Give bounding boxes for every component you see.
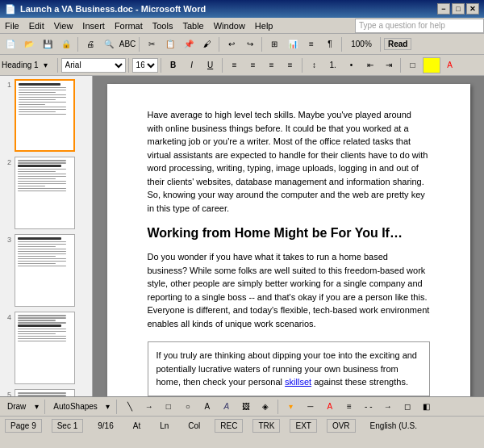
line-spacing[interactable]: ↕ xyxy=(306,57,323,73)
status-col: Col xyxy=(183,420,205,432)
open-button[interactable]: 📂 xyxy=(20,36,38,52)
font-color-draw[interactable]: A xyxy=(321,399,339,415)
save-button[interactable]: 💾 xyxy=(39,36,56,52)
redo-button[interactable]: ↪ xyxy=(241,36,259,52)
dash-style-btn[interactable]: - - xyxy=(360,399,378,415)
decrease-indent[interactable]: ⇤ xyxy=(361,57,379,73)
style-dropdown[interactable]: ▾ xyxy=(40,57,52,73)
cut-button[interactable]: ✂ xyxy=(143,36,161,52)
bullets-button[interactable]: • xyxy=(343,57,361,73)
thumb-page-4[interactable]: 4 xyxy=(3,312,89,384)
show-hide[interactable]: ¶ xyxy=(321,36,339,52)
line-style-btn[interactable]: ≡ xyxy=(340,399,358,415)
sep10 xyxy=(222,58,223,73)
callout-text-after: against these strengths. xyxy=(311,377,408,387)
numbering-button[interactable]: 1. xyxy=(324,57,342,73)
oval-tool[interactable]: ○ xyxy=(179,399,197,415)
undo-button[interactable]: ↩ xyxy=(223,36,240,52)
rect-tool[interactable]: □ xyxy=(160,399,177,415)
menu-format[interactable]: Format xyxy=(110,19,148,32)
paste-button[interactable]: 📌 xyxy=(180,36,198,52)
autoshapes-label[interactable]: AutoShapes xyxy=(49,399,102,415)
line-color-btn[interactable]: ─ xyxy=(302,399,319,415)
maximize-button[interactable]: □ xyxy=(452,3,465,15)
font-select[interactable]: Arial xyxy=(61,58,126,73)
thumb-page-5[interactable]: 5 xyxy=(3,389,89,396)
document-area[interactable]: Have average to high level tech skills. … xyxy=(93,76,484,396)
print-button[interactable]: 🖨 xyxy=(81,36,99,52)
preview-button[interactable]: 🔍 xyxy=(100,36,118,52)
sep1 xyxy=(77,37,79,52)
minimize-button[interactable]: − xyxy=(437,3,450,15)
insert-excel[interactable]: 📊 xyxy=(284,36,302,52)
spell-button[interactable]: ABC xyxy=(119,36,136,52)
line-tool[interactable]: ╲ xyxy=(121,399,139,415)
font-size-select[interactable]: 16 xyxy=(132,58,158,73)
window-controls[interactable]: − □ ✕ xyxy=(437,3,479,15)
highlight-button[interactable]: A xyxy=(423,57,440,73)
diagram-tool[interactable]: ◈ xyxy=(257,399,274,415)
sep3 xyxy=(219,37,220,52)
style-label: Heading 1 xyxy=(2,61,39,69)
thumb-num-5: 5 xyxy=(3,389,11,396)
status-sec: Sec 1 xyxy=(52,419,84,433)
thumb-page-2[interactable]: 2 xyxy=(3,157,89,229)
arrow-style-btn[interactable]: → xyxy=(379,399,397,415)
shadow-btn[interactable]: ◻ xyxy=(398,399,416,415)
thumb-preview-2[interactable] xyxy=(15,157,75,229)
sep9 xyxy=(161,58,162,73)
border-button[interactable]: □ xyxy=(404,57,422,73)
align-center[interactable]: ≡ xyxy=(244,57,262,73)
textbox-tool[interactable]: A xyxy=(198,399,216,415)
italic-button[interactable]: I xyxy=(183,57,201,73)
menu-insert[interactable]: Insert xyxy=(77,19,110,32)
permission-button[interactable]: 🔒 xyxy=(57,36,75,52)
window-title: 📄 Launch a VA Business.doc - Microsoft W… xyxy=(5,4,206,15)
read-button[interactable]: Read xyxy=(384,38,411,50)
clip-art-tool[interactable]: 🖼 xyxy=(237,399,255,415)
sep5 xyxy=(341,37,343,52)
new-button[interactable]: 📄 xyxy=(2,36,19,52)
menu-tools[interactable]: Tools xyxy=(148,19,178,32)
font-color-button[interactable]: A xyxy=(441,57,459,73)
status-language: English (U.S. xyxy=(365,420,422,432)
columns-button[interactable]: ≡ xyxy=(302,36,320,52)
sep8 xyxy=(128,58,130,73)
thumb-preview-3[interactable] xyxy=(15,234,75,307)
document-page: Have average to high level tech skills. … xyxy=(107,84,470,396)
fill-color-arrow[interactable]: ▾ xyxy=(282,399,300,415)
draw-sep2 xyxy=(116,400,118,414)
3d-btn[interactable]: ◧ xyxy=(418,399,436,415)
draw-sep3 xyxy=(277,400,279,414)
menu-table[interactable]: Table xyxy=(177,19,208,32)
underline-button[interactable]: U xyxy=(202,57,219,73)
menu-view[interactable]: View xyxy=(49,19,78,32)
thumb-preview-4[interactable] xyxy=(15,312,75,384)
title-bar: 📄 Launch a VA Business.doc - Microsoft W… xyxy=(0,0,484,18)
align-left[interactable]: ≡ xyxy=(226,57,244,73)
wordart-tool[interactable]: A xyxy=(218,399,236,415)
insert-table[interactable]: ⊞ xyxy=(265,36,283,52)
arrow-tool[interactable]: → xyxy=(140,399,158,415)
draw-label[interactable]: Draw xyxy=(3,399,30,415)
thumb-page-3[interactable]: 3 xyxy=(3,234,89,307)
close-button[interactable]: ✕ xyxy=(466,3,479,15)
copy-button[interactable]: 📋 xyxy=(161,36,179,52)
autoshapes-dropdown[interactable]: ▾ xyxy=(103,399,113,415)
draw-dropdown[interactable]: ▾ xyxy=(31,399,41,415)
align-justify[interactable]: ≡ xyxy=(282,57,299,73)
status-ext: EXT xyxy=(290,419,316,433)
align-right[interactable]: ≡ xyxy=(263,57,281,73)
format-painter[interactable]: 🖌 xyxy=(198,36,216,52)
bold-button[interactable]: B xyxy=(165,57,182,73)
help-search-box[interactable]: Type a question for help xyxy=(355,19,484,33)
increase-indent[interactable]: ⇥ xyxy=(380,57,398,73)
menu-edit[interactable]: Edit xyxy=(24,19,49,32)
thumb-page-1[interactable]: 1 xyxy=(3,79,89,152)
menu-window[interactable]: Window xyxy=(209,19,250,32)
menu-help[interactable]: Help xyxy=(250,19,278,32)
skillset-link[interactable]: skillset xyxy=(285,377,311,387)
thumb-preview-5[interactable] xyxy=(15,389,75,396)
thumb-preview-1[interactable] xyxy=(15,79,75,152)
menu-file[interactable]: File xyxy=(0,19,24,32)
